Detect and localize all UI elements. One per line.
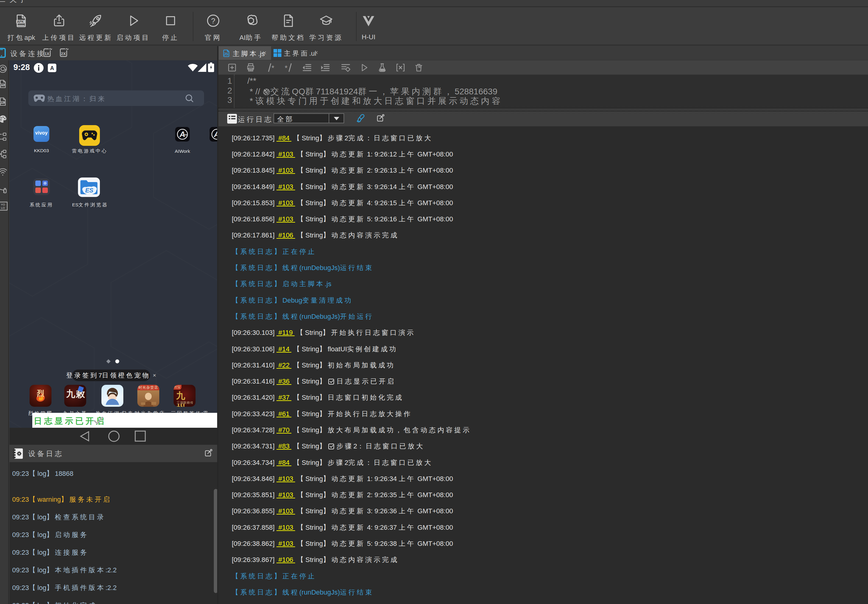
svg-text:烈: 烈 xyxy=(37,389,44,397)
svg-text:?: ? xyxy=(211,17,215,25)
svg-text:APK: APK xyxy=(0,84,4,86)
svg-text:ES: ES xyxy=(85,187,93,194)
svg-text:*: * xyxy=(271,64,274,72)
svg-text:A: A xyxy=(50,65,54,71)
svg-text:XML: XML xyxy=(0,101,4,104)
svg-text:1X: 1X xyxy=(45,51,50,56)
svg-text:2X: 2X xyxy=(61,51,66,56)
svg-text:YO: YO xyxy=(1,203,5,206)
svg-text:A: A xyxy=(180,130,186,139)
svg-text:JS: JS xyxy=(224,52,228,56)
svg-text:APK: APK xyxy=(17,20,24,23)
svg-text:A: A xyxy=(214,130,217,139)
svg-text:LO: LO xyxy=(1,206,5,209)
svg-text:*: * xyxy=(285,64,287,72)
